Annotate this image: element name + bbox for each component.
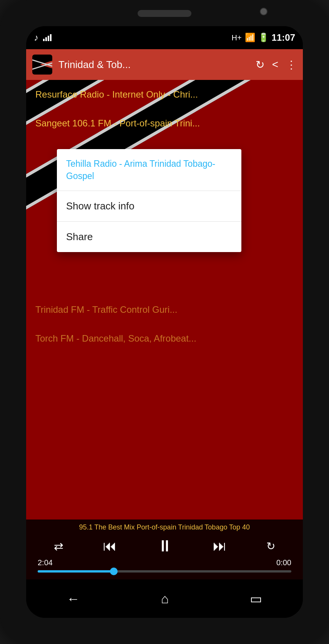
app-title: Trinidad & Tob... <box>58 59 249 71</box>
show-track-info-button[interactable]: Show track info <box>57 191 241 222</box>
share-button[interactable]: < <box>272 58 278 71</box>
app-logo <box>32 55 52 75</box>
battery-icon: 🔋 <box>258 33 269 43</box>
recents-button[interactable]: ▭ <box>250 591 262 606</box>
more-menu-button[interactable]: ⋮ <box>286 58 297 71</box>
signal-icon: 📶 <box>245 33 255 43</box>
music-status-icon: ♪ <box>34 32 38 43</box>
nav-bar: ← ⌂ ▭ <box>26 579 303 618</box>
home-button[interactable]: ⌂ <box>161 591 169 606</box>
network-type: H+ <box>231 33 241 42</box>
main-content: Resurface Radio - Internet Only - Chri..… <box>26 80 303 579</box>
signal-bars-icon <box>43 34 52 41</box>
list-item[interactable]: Torch FM - Dancehall, Soca, Afrobeat... <box>26 324 303 353</box>
share-button[interactable]: Share <box>57 222 241 252</box>
context-menu-dialog: Tehilla Radio - Arima Trinidad Tobago- G… <box>57 149 241 252</box>
list-item[interactable]: Trinidad FM - Traffic Control Guri... <box>26 295 303 324</box>
back-button[interactable]: ← <box>67 591 80 606</box>
dialog-title: Tehilla Radio - Arima Trinidad Tobago- G… <box>57 149 241 191</box>
clock: 11:07 <box>272 32 295 43</box>
status-bar: ♪ H+ 📶 🔋 11:07 <box>26 26 303 49</box>
app-bar: Trinidad & Tob... ↻ < ⋮ <box>26 49 303 80</box>
refresh-button[interactable]: ↻ <box>256 58 264 71</box>
dialog-overlay: Tehilla Radio - Arima Trinidad Tobago- G… <box>26 80 303 579</box>
